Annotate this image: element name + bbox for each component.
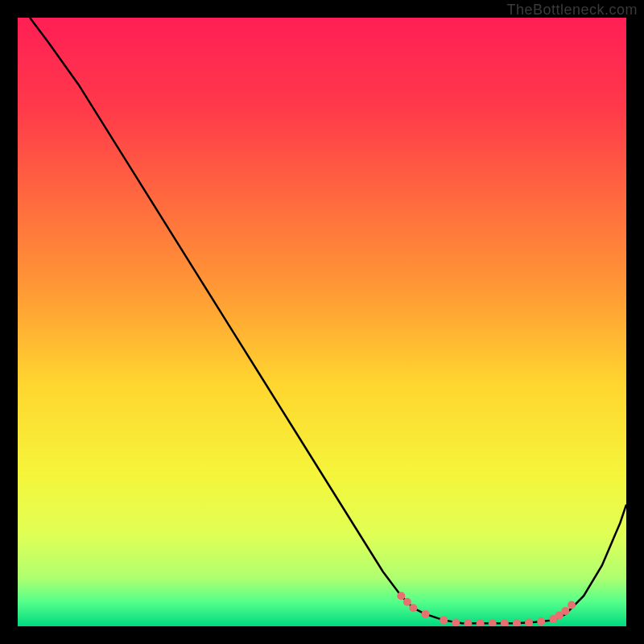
highlight-dot xyxy=(397,592,405,600)
highlight-dot xyxy=(477,619,485,626)
highlight-dot xyxy=(568,601,576,609)
highlight-dot xyxy=(501,619,509,626)
highlight-dot xyxy=(403,598,411,606)
bottleneck-curve xyxy=(30,18,626,623)
watermark-text: TheBottleneck.com xyxy=(506,2,638,19)
highlight-dot xyxy=(440,616,448,624)
highlight-dot xyxy=(561,607,569,615)
highlight-dot xyxy=(422,610,430,618)
highlight-dot xyxy=(464,619,472,626)
highlight-dot xyxy=(513,619,521,626)
highlight-dot xyxy=(452,619,460,627)
highlight-dot xyxy=(537,617,545,625)
highlight-dot xyxy=(489,619,497,626)
chart-area xyxy=(18,18,626,626)
curve-layer xyxy=(18,18,626,626)
highlight-dot xyxy=(525,619,533,627)
highlight-dot xyxy=(409,604,417,612)
